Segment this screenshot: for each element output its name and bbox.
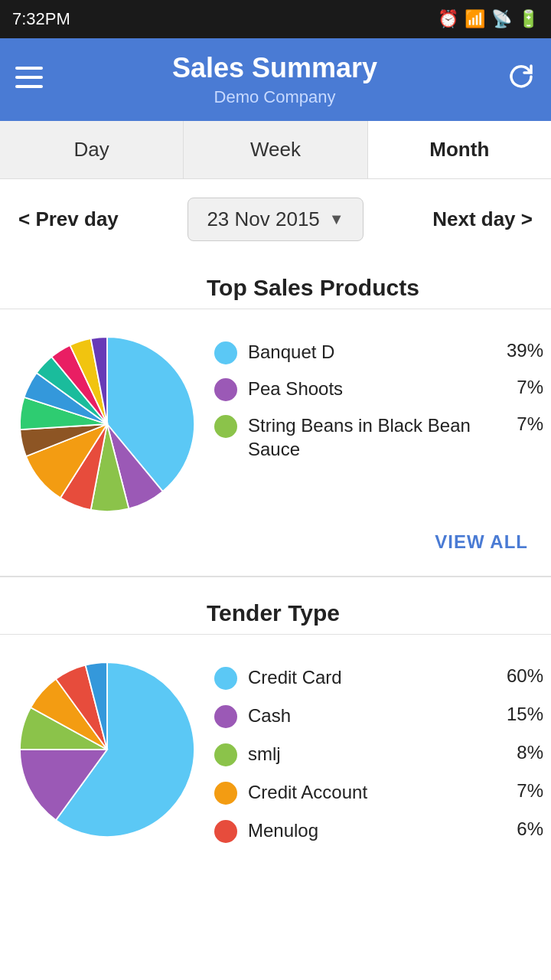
section-divider bbox=[0, 576, 551, 577]
svg-rect-2 bbox=[15, 85, 43, 88]
legend-percentage: 6% bbox=[497, 818, 543, 840]
legend-label: Cash bbox=[248, 704, 487, 727]
legend-label: String Beans in Black Bean Sauce bbox=[248, 413, 487, 461]
legend-item: Banquet D 39% bbox=[214, 340, 543, 364]
legend-color-dot bbox=[214, 378, 237, 401]
legend-color-dot bbox=[214, 415, 237, 438]
menu-button[interactable] bbox=[15, 67, 43, 93]
legend-color-dot bbox=[214, 743, 237, 766]
tender-title: Tender Type bbox=[0, 593, 551, 635]
legend-label: Pea Shoots bbox=[248, 377, 487, 400]
legend-label: Menulog bbox=[248, 818, 487, 842]
legend-percentage: 60% bbox=[497, 665, 543, 687]
legend-item: Pea Shoots 7% bbox=[214, 377, 543, 401]
view-all-row: VIEW ALL bbox=[0, 524, 551, 568]
svg-rect-0 bbox=[15, 67, 43, 70]
legend-color-dot bbox=[214, 705, 237, 728]
legend-color-dot bbox=[214, 782, 237, 805]
legend-item: Credit Account 7% bbox=[214, 780, 543, 805]
legend-item: Credit Card 60% bbox=[214, 665, 543, 690]
tab-month[interactable]: Month bbox=[368, 121, 551, 178]
chevron-down-icon: ▼ bbox=[329, 211, 344, 228]
legend-label: Credit Card bbox=[248, 665, 487, 689]
legend-percentage: 7% bbox=[497, 780, 543, 802]
legend-color-dot bbox=[214, 341, 237, 364]
legend-percentage: 8% bbox=[497, 742, 543, 763]
legend-label: smlj bbox=[248, 742, 487, 766]
tender-legend: Credit Card 60% Cash 15% smlj 8% Credit … bbox=[214, 658, 543, 843]
status-bar: 7:32PM ⏰ 📶 📡 🔋 bbox=[0, 0, 551, 38]
alarm-icon: ⏰ bbox=[438, 9, 458, 29]
legend-color-dot bbox=[214, 667, 237, 690]
date-picker[interactable]: 23 Nov 2015 ▼ bbox=[187, 198, 363, 241]
tender-content: Credit Card 60% Cash 15% smlj 8% Credit … bbox=[0, 642, 551, 851]
tender-type-section: Tender Type Credit Card 60% Cash 15% sml… bbox=[0, 585, 551, 866]
company-name: Demo Company bbox=[43, 87, 507, 107]
tab-day[interactable]: Day bbox=[0, 121, 184, 178]
date-navigation: < Prev day 23 Nov 2015 ▼ Next day > bbox=[0, 179, 551, 260]
tender-chart bbox=[15, 658, 199, 841]
top-sales-chart bbox=[15, 332, 199, 516]
date-value: 23 Nov 2015 bbox=[207, 207, 319, 231]
prev-day-button[interactable]: < Prev day bbox=[15, 201, 122, 237]
top-sales-legend: Banquet D 39% Pea Shoots 7% String Beans… bbox=[214, 332, 543, 461]
legend-percentage: 7% bbox=[497, 377, 543, 398]
signal-icon: 📡 bbox=[491, 9, 512, 29]
svg-rect-1 bbox=[15, 76, 43, 79]
top-sales-title: Top Sales Products bbox=[0, 267, 551, 309]
legend-percentage: 39% bbox=[497, 340, 543, 361]
legend-item: String Beans in Black Bean Sauce 7% bbox=[214, 413, 543, 461]
refresh-button[interactable] bbox=[507, 62, 536, 97]
battery-icon: 🔋 bbox=[518, 9, 539, 29]
legend-item: Menulog 6% bbox=[214, 818, 543, 843]
header-center: Sales Summary Demo Company bbox=[43, 52, 507, 107]
legend-percentage: 15% bbox=[497, 704, 543, 725]
legend-item: Cash 15% bbox=[214, 704, 543, 728]
top-sales-section: Top Sales Products Banquet D 39% Pea Sho… bbox=[0, 260, 551, 568]
legend-percentage: 7% bbox=[497, 413, 543, 435]
tab-week[interactable]: Week bbox=[184, 121, 367, 178]
top-sales-content: Banquet D 39% Pea Shoots 7% String Beans… bbox=[0, 317, 551, 524]
time-display: 7:32PM bbox=[12, 9, 70, 29]
tab-bar: Day Week Month bbox=[0, 121, 551, 179]
next-day-button[interactable]: Next day > bbox=[429, 201, 536, 237]
header: Sales Summary Demo Company bbox=[0, 38, 551, 121]
legend-label: Banquet D bbox=[248, 340, 487, 364]
view-all-button[interactable]: VIEW ALL bbox=[435, 531, 528, 552]
wifi-icon: 📶 bbox=[465, 9, 485, 29]
status-right: ⏰ 📶 📡 🔋 bbox=[438, 9, 539, 29]
legend-item: smlj 8% bbox=[214, 742, 543, 766]
status-left: 7:32PM bbox=[12, 9, 70, 29]
legend-color-dot bbox=[214, 820, 237, 843]
page-title: Sales Summary bbox=[43, 52, 507, 84]
legend-label: Credit Account bbox=[248, 780, 487, 804]
